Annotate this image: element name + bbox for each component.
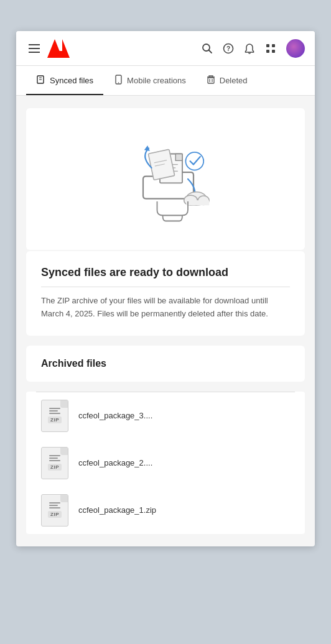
zip-lines-1 xyxy=(49,408,60,414)
info-divider xyxy=(41,287,290,287)
info-card: Synced files are ready to download The Z… xyxy=(26,251,305,336)
tab-deleted-label: Deleted xyxy=(220,76,248,85)
file-item-1[interactable]: ZIP ccfeol_package_3.... xyxy=(26,392,305,439)
main-content: Synced files are ready to download The Z… xyxy=(16,96,315,546)
svg-marker-2 xyxy=(53,51,64,58)
archived-files-section: Archived files xyxy=(26,346,305,382)
zip-badge-3: ZIP xyxy=(48,511,62,518)
zip-lines-3 xyxy=(49,502,60,508)
zip-icon-1: ZIP xyxy=(41,400,68,432)
avatar[interactable] xyxy=(286,39,305,58)
zip-icon-2: ZIP xyxy=(41,447,68,479)
tab-mobile-creations-label: Mobile creations xyxy=(127,76,186,85)
apps-icon[interactable] xyxy=(265,43,276,54)
tab-synced-files-label: Synced files xyxy=(50,76,93,85)
tab-synced-files[interactable]: Synced files xyxy=(26,66,103,95)
svg-line-5 xyxy=(209,50,212,53)
mobile-creations-tab-icon xyxy=(113,75,123,86)
svg-rect-10 xyxy=(266,50,269,53)
synced-files-tab-icon xyxy=(36,75,46,86)
tab-mobile-creations[interactable]: Mobile creations xyxy=(103,66,196,95)
file-list: ZIP ccfeol_package_3.... ZIP ccfeol_pack… xyxy=(26,392,305,534)
synced-files-illustration xyxy=(110,123,221,235)
zip-icon-3: ZIP xyxy=(41,494,68,527)
header-right: ? xyxy=(202,39,305,58)
help-icon[interactable]: ? xyxy=(223,43,234,54)
header: ? xyxy=(16,31,315,66)
svg-rect-11 xyxy=(272,50,275,53)
zip-badge-1: ZIP xyxy=(48,416,62,423)
info-description: The ZIP archive of your files will be av… xyxy=(41,295,290,321)
svg-point-29 xyxy=(185,152,203,170)
zip-lines-2 xyxy=(49,455,60,461)
search-icon[interactable] xyxy=(202,43,213,54)
info-title: Synced files are ready to download xyxy=(41,266,290,279)
archived-files-title: Archived files xyxy=(41,358,290,369)
svg-rect-17 xyxy=(208,78,214,83)
svg-point-16 xyxy=(118,82,119,83)
adobe-logo xyxy=(47,39,70,58)
file-item-3[interactable]: ZIP ccfeol_package_1.zip xyxy=(26,487,305,534)
file-name-3: ccfeol_package_1.zip xyxy=(78,505,156,515)
deleted-tab-icon xyxy=(206,75,216,86)
illustration-card xyxy=(26,108,305,250)
svg-text:?: ? xyxy=(226,45,230,52)
file-item-2[interactable]: ZIP ccfeol_package_2.... xyxy=(26,439,305,487)
file-name-2: ccfeol_package_2.... xyxy=(78,458,152,467)
menu-button[interactable] xyxy=(26,42,42,55)
svg-marker-1 xyxy=(62,39,70,58)
svg-rect-8 xyxy=(266,44,269,47)
header-left xyxy=(26,39,70,58)
tabs-bar: Synced files Mobile creations xyxy=(16,66,315,96)
svg-rect-9 xyxy=(272,44,275,47)
svg-rect-33 xyxy=(186,200,209,205)
app-window: ? xyxy=(16,31,315,546)
zip-badge-2: ZIP xyxy=(48,464,62,471)
notifications-icon[interactable] xyxy=(244,43,255,54)
tab-deleted[interactable]: Deleted xyxy=(196,66,258,95)
file-name-1: ccfeol_package_3.... xyxy=(78,411,152,420)
